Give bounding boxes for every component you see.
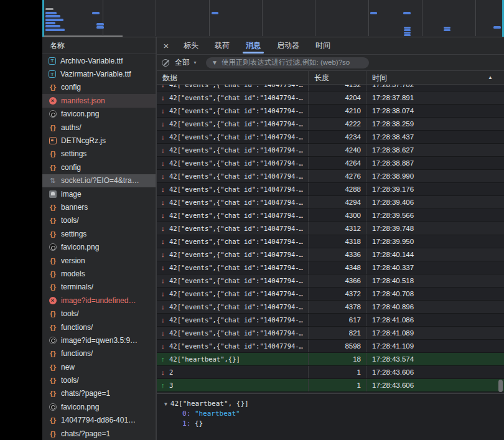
message-time: 17:28:38.627 xyxy=(366,144,504,156)
request-list-item[interactable]: {}terminals/ xyxy=(42,281,156,294)
request-list-item[interactable]: {}settings xyxy=(42,227,156,240)
fetch-xhr-icon: {} xyxy=(49,123,57,131)
request-label: chats/?page=1 xyxy=(61,389,110,398)
message-row[interactable]: ↓2117:28:43.606 xyxy=(157,366,504,379)
overview-request-bar xyxy=(96,26,104,29)
message-length: 18 xyxy=(308,353,366,365)
message-row[interactable]: ↓42["events",{"chat_id":"14047794-…82117… xyxy=(157,327,504,340)
request-list-item[interactable]: {}14047794-dd86-401… xyxy=(42,414,156,427)
message-row[interactable]: ↓42["events",{"chat_id":"14047794-…42401… xyxy=(157,144,504,157)
message-length: 8598 xyxy=(308,340,366,352)
message-length: 4192 xyxy=(308,85,366,91)
tab-messages-active[interactable]: 消息 xyxy=(246,37,261,55)
tab-item[interactable]: 时间 xyxy=(315,37,330,55)
request-list-item[interactable]: {}tools/ xyxy=(42,214,156,227)
tab-item[interactable]: 启动器 xyxy=(277,37,299,55)
request-label: new xyxy=(61,363,75,372)
message-row[interactable]: ↓42["events",{"chat_id":"14047794-…43001… xyxy=(157,209,504,222)
request-list-header-name[interactable]: 名称 xyxy=(42,37,156,54)
column-header-time[interactable]: 时间 xyxy=(366,71,504,84)
network-overview-strip[interactable] xyxy=(42,0,504,37)
message-payload: 42["events",{"chat_id":"14047794-… xyxy=(169,107,303,115)
request-list-item[interactable]: DETNcgRz.js xyxy=(42,134,156,147)
received-arrow-icon: ↓ xyxy=(161,146,169,154)
message-row[interactable]: ↓42["events",{"chat_id":"14047794-…42221… xyxy=(157,118,504,131)
message-row[interactable]: ↓42["events",{"chat_id":"14047794-…61717… xyxy=(157,314,504,327)
request-list-item[interactable]: {}version xyxy=(42,254,156,267)
overview-request-bar xyxy=(370,12,377,14)
message-row[interactable]: ↓42["events",{"chat_id":"14047794-…42941… xyxy=(157,196,504,209)
overview-gridline xyxy=(368,0,369,36)
overview-left-handle[interactable] xyxy=(42,0,44,37)
message-row[interactable]: ↓42["events",{"chat_id":"14047794-…41921… xyxy=(157,85,504,91)
message-row[interactable]: ↓42["events",{"chat_id":"14047794-…42761… xyxy=(157,170,504,183)
request-list-item[interactable]: {}chats/?page=1 xyxy=(42,427,156,440)
fetch-xhr-icon: {} xyxy=(49,310,57,318)
column-header-data[interactable]: 数据 xyxy=(157,71,308,84)
tab-item[interactable]: 载荷 xyxy=(215,37,230,55)
request-list-item[interactable]: {}models xyxy=(42,267,156,280)
clear-filter-icon[interactable] xyxy=(162,59,169,67)
request-list-item[interactable]: {}banners xyxy=(42,200,156,213)
column-header-length[interactable]: 长度 xyxy=(308,71,366,84)
request-list-item[interactable]: favicon.png xyxy=(42,108,156,121)
sent-arrow-icon: ↑ xyxy=(161,381,169,389)
overview-request-bar xyxy=(404,29,411,31)
overview-request-bar xyxy=(96,23,104,26)
request-list-item[interactable]: {}config xyxy=(42,81,156,94)
request-list-item[interactable]: {}config xyxy=(42,161,156,174)
request-label: Archivo-Variable.ttf xyxy=(60,57,123,65)
request-label: terminals/ xyxy=(61,283,93,291)
message-row[interactable]: ↓42["events",{"chat_id":"14047794-…42341… xyxy=(157,131,504,144)
message-time: 17:28:39.176 xyxy=(366,183,504,195)
filter-placeholder: 使用正则表达式进行过滤,例如: (web)?so xyxy=(222,58,350,67)
message-type-dropdown[interactable]: 全部 ▼ xyxy=(175,57,197,68)
filter-input[interactable]: ▼ 使用正则表达式进行过滤,例如: (web)?so xyxy=(206,57,369,68)
request-list-item[interactable]: {}settings xyxy=(42,147,156,161)
message-row[interactable]: ↓42["events",{"chat_id":"14047794-…43361… xyxy=(157,248,504,261)
request-list-item[interactable]: {}chats/?page=1 xyxy=(42,387,156,400)
message-length: 4300 xyxy=(308,209,366,222)
message-row[interactable]: ↓42["events",{"chat_id":"14047794-…43661… xyxy=(157,274,504,288)
request-list-item[interactable]: {}functions/ xyxy=(42,347,156,360)
message-row[interactable]: ↓42["events",{"chat_id":"14047794-…43481… xyxy=(157,261,504,274)
request-list-item[interactable]: {}functions/ xyxy=(42,321,156,334)
favicon-image-icon xyxy=(49,403,57,411)
message-row[interactable]: ↓42["events",{"chat_id":"14047794-…43781… xyxy=(157,301,504,314)
request-list-item[interactable]: {}tools/ xyxy=(42,307,156,320)
request-list-item[interactable]: {}new xyxy=(42,360,156,373)
message-type-dropdown-label: 全部 xyxy=(175,57,190,68)
request-list-item[interactable]: ⇅socket.io/?EIO=4&tra… xyxy=(42,174,156,187)
message-row[interactable]: ↓42["events",{"chat_id":"14047794-…85981… xyxy=(157,340,504,353)
request-list-item[interactable]: {}tools/ xyxy=(42,373,156,386)
request-list-item[interactable]: TVazirmatn-Variable.ttf xyxy=(42,67,156,80)
message-length: 4210 xyxy=(308,105,366,117)
request-label: socket.io/?EIO=4&tra… xyxy=(61,176,139,185)
message-row[interactable]: ↓42["events",{"chat_id":"14047794-…42641… xyxy=(157,157,504,170)
tab-item[interactable]: 标头 xyxy=(184,37,198,55)
request-list-item[interactable]: favicon.png xyxy=(42,400,156,413)
request-list-item[interactable]: {}auths/ xyxy=(42,121,156,134)
request-list-item[interactable]: image?id=qwen3.5:9… xyxy=(42,334,156,347)
message-row[interactable]: ↓42["events",{"chat_id":"14047794-…42101… xyxy=(157,105,504,118)
request-list-item[interactable]: ×manifest.json xyxy=(42,94,156,107)
close-icon[interactable]: × xyxy=(157,40,175,51)
message-row[interactable]: ↓42["events",{"chat_id":"14047794-…43721… xyxy=(157,288,504,301)
request-list-item[interactable]: favicon.png xyxy=(42,240,156,253)
message-row[interactable]: ↑3117:28:43.606 xyxy=(157,379,504,392)
tree-entry[interactable]: 0: "heartbeat" xyxy=(164,409,504,419)
message-row[interactable]: ↓42["events",{"chat_id":"14047794-…42881… xyxy=(157,183,504,196)
request-list-item[interactable]: TArchivo-Variable.ttf xyxy=(42,54,156,67)
request-label: image?id=undefined… xyxy=(61,296,136,305)
message-row[interactable]: ↓42["events",{"chat_id":"14047794-…43181… xyxy=(157,235,504,248)
request-label: functions/ xyxy=(61,349,93,358)
message-row[interactable]: ↑42["heartbeat",{}]1817:28:43.574 xyxy=(157,353,504,366)
request-list-item[interactable]: ×image?id=undefined… xyxy=(42,294,156,307)
vertical-scrollbar-thumb[interactable] xyxy=(498,380,503,392)
request-list-item[interactable]: image xyxy=(42,187,156,200)
message-row[interactable]: ↓42["events",{"chat_id":"14047794-…42041… xyxy=(157,91,504,105)
tree-root[interactable]: ▼42["heartbeat", {}] xyxy=(164,399,504,409)
tree-entry[interactable]: 1: {} xyxy=(164,419,504,429)
message-row[interactable]: ↓42["events",{"chat_id":"14047794-…43121… xyxy=(157,222,504,235)
overview-request-bar xyxy=(45,15,60,17)
